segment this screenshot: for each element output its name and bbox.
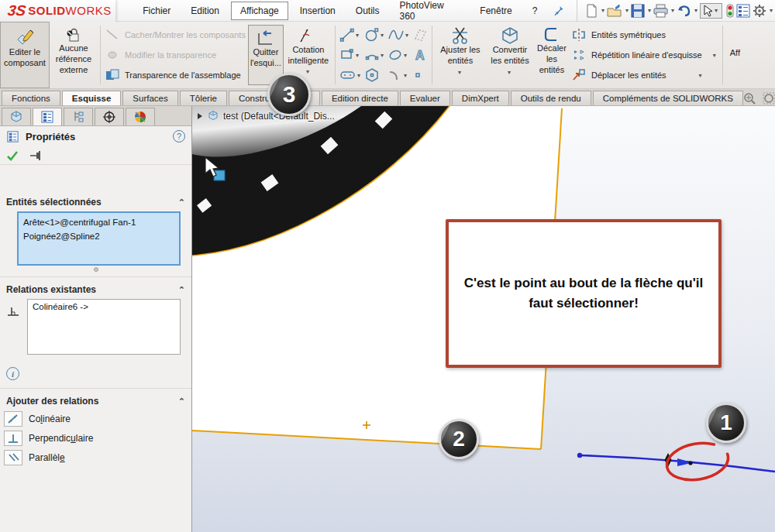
- no-external-reference-button[interactable]: Aucune référence externe: [50, 22, 98, 88]
- print-icon[interactable]: [653, 4, 668, 18]
- arc-tool[interactable]: ▾: [364, 47, 386, 63]
- polygon-tool[interactable]: [364, 67, 386, 83]
- panel-title: Propriétés: [26, 131, 75, 142]
- spline-target-point[interactable]: [688, 461, 692, 465]
- ellipse-tool[interactable]: ▾: [388, 47, 411, 63]
- ok-check-icon[interactable]: [6, 150, 19, 161]
- menu-photoview[interactable]: PhotoView 360: [391, 0, 468, 25]
- menu-insertion[interactable]: Insertion: [291, 2, 344, 19]
- settings-gear-icon[interactable]: [753, 4, 766, 18]
- step-badge-2: 2: [439, 419, 479, 459]
- property-manager-tab[interactable]: [33, 108, 62, 125]
- menu-fichier[interactable]: Fichier: [134, 2, 179, 19]
- convert-entities-icon: [501, 26, 519, 45]
- linear-pattern-icon: [571, 48, 587, 62]
- existing-relations-header[interactable]: Relations existantes ⌃: [0, 282, 191, 297]
- pushpin-icon[interactable]: [553, 5, 565, 17]
- add-relation-perpendicular[interactable]: Perpendiculaire: [0, 428, 191, 448]
- list-resize-grip[interactable]: [94, 267, 98, 272]
- plane-tool: [412, 27, 428, 43]
- truncated-ribbon-label: Aff: [725, 22, 740, 88]
- fillet-tool[interactable]: ▾: [388, 67, 411, 83]
- command-tabs: Fonctions Esquisse Surfaces Tôlerie Cons…: [0, 89, 775, 106]
- tab-fonctions[interactable]: Fonctions: [2, 91, 60, 105]
- tab-tolerie[interactable]: Tôlerie: [180, 91, 227, 105]
- configuration-icon: [71, 110, 85, 124]
- menu-fenetre[interactable]: Fenêtre: [471, 2, 520, 19]
- appearance-tab[interactable]: [126, 108, 155, 125]
- tab-surfaces[interactable]: Surfaces: [122, 91, 177, 105]
- dimxpert-tab[interactable]: [95, 108, 124, 125]
- properties-icon: [6, 130, 19, 143]
- edit-component-button[interactable]: Editer le composant: [0, 22, 50, 88]
- move-entities-icon: [571, 68, 587, 82]
- add-relations-header[interactable]: Ajouter des relations ⌃: [0, 393, 191, 409]
- options-list-icon[interactable]: [736, 4, 750, 18]
- menu-outils[interactable]: Outils: [347, 2, 388, 19]
- offset-entities-button[interactable]: Décaler les entités: [534, 22, 570, 88]
- rectangle-tool[interactable]: ▾: [339, 47, 363, 63]
- offset-entities-icon: [542, 26, 561, 43]
- collapse-chevron-icon[interactable]: ⌃: [178, 285, 185, 295]
- slot-tool[interactable]: ▾: [339, 67, 363, 83]
- undo-icon[interactable]: [677, 4, 691, 18]
- pattern-group: Entités symétriques Répétition linéaire …: [570, 22, 720, 88]
- trim-entities-icon: [451, 26, 470, 45]
- keep-visible-pin-icon[interactable]: [29, 150, 43, 161]
- new-document-icon[interactable]: [585, 4, 598, 18]
- menu-help[interactable]: ?: [524, 2, 546, 19]
- mirror-entities[interactable]: Entités symétriques: [571, 25, 718, 45]
- spline-tool[interactable]: ▾: [388, 27, 411, 43]
- feature-tree-icon: [9, 110, 23, 124]
- spline-endpoint[interactable]: [577, 453, 582, 458]
- collapse-chevron-icon[interactable]: ⌃: [178, 396, 185, 407]
- configuration-tab[interactable]: [64, 108, 93, 125]
- convert-entities-button[interactable]: Convertir les entités ▾: [486, 22, 534, 88]
- lock-icon: [66, 26, 81, 43]
- line-tool[interactable]: ▾: [339, 27, 363, 43]
- assembly-transparency-icon: [105, 69, 120, 81]
- feature-tree-tab[interactable]: [2, 108, 31, 125]
- zoom-area-icon[interactable]: [763, 92, 775, 105]
- zoom-fit-icon[interactable]: [743, 92, 756, 105]
- save-icon[interactable]: [631, 4, 645, 18]
- property-manager-icon: [40, 110, 54, 124]
- select-cursor-tool[interactable]: ▾: [700, 3, 722, 19]
- help-icon[interactable]: ?: [173, 130, 185, 142]
- circle-tool[interactable]: ▾: [364, 27, 386, 43]
- linear-sketch-pattern[interactable]: Répétition linéaire d'esquisse ▾: [571, 45, 718, 65]
- open-file-icon[interactable]: [607, 4, 622, 18]
- ribbon: Editer le composant Aucune référence ext…: [0, 22, 775, 89]
- selected-entities-list[interactable]: Arête<1>@centrifugal Fan-1 Poignée2@Spli…: [17, 211, 181, 266]
- property-manager-panel: Propriétés ? Entités sélectionnées ⌃ Arê…: [0, 106, 192, 532]
- tab-esquisse[interactable]: Esquisse: [62, 91, 122, 105]
- tab-evaluer[interactable]: Evaluer: [400, 91, 450, 105]
- tab-outils-rendu[interactable]: Outils de rendu: [511, 91, 591, 105]
- text-tool[interactable]: A: [412, 47, 428, 63]
- tree-expand-arrow-icon[interactable]: [197, 112, 203, 120]
- existing-relations-list[interactable]: Colinéaire6 ->: [27, 299, 181, 355]
- tab-edition-directe[interactable]: Edition directe: [322, 91, 398, 105]
- assembly-transparency[interactable]: Transparence de l'assemblage: [105, 67, 246, 84]
- collapse-chevron-icon[interactable]: ⌃: [178, 197, 185, 208]
- selected-entities-header[interactable]: Entités sélectionnées ⌃: [0, 194, 191, 210]
- parallel-icon: [4, 450, 22, 465]
- headsup-toolbar: [743, 92, 775, 105]
- panel-actions: [0, 146, 191, 165]
- add-relation-collinear[interactable]: Colinéaire: [0, 409, 191, 428]
- tab-complements[interactable]: Compléments de SOLIDWORKS: [593, 91, 743, 105]
- menu-affichage[interactable]: Affichage: [231, 2, 288, 20]
- add-relation-parallel[interactable]: Parallèle: [0, 448, 191, 467]
- move-entities[interactable]: Déplacer les entités ▾: [571, 65, 718, 85]
- menu-edition[interactable]: Edition: [182, 2, 228, 19]
- breadcrumb[interactable]: test (Default<Default_Dis...: [197, 110, 335, 122]
- relation-item[interactable]: Colinéaire6 ->: [33, 302, 175, 311]
- rebuild-traffic-light-icon[interactable]: [726, 4, 734, 18]
- selected-entity-item[interactable]: Poignée2@Spline2: [23, 229, 174, 243]
- selected-entity-item[interactable]: Arête<1>@centrifugal Fan-1: [23, 215, 174, 229]
- tab-dimxpert[interactable]: DimXpert: [452, 91, 509, 105]
- exit-sketch-icon: [257, 30, 275, 47]
- trim-entities-button[interactable]: Ajuster les entités ▾: [435, 22, 486, 88]
- collinear-icon: [4, 411, 22, 427]
- point-tool[interactable]: [412, 67, 428, 83]
